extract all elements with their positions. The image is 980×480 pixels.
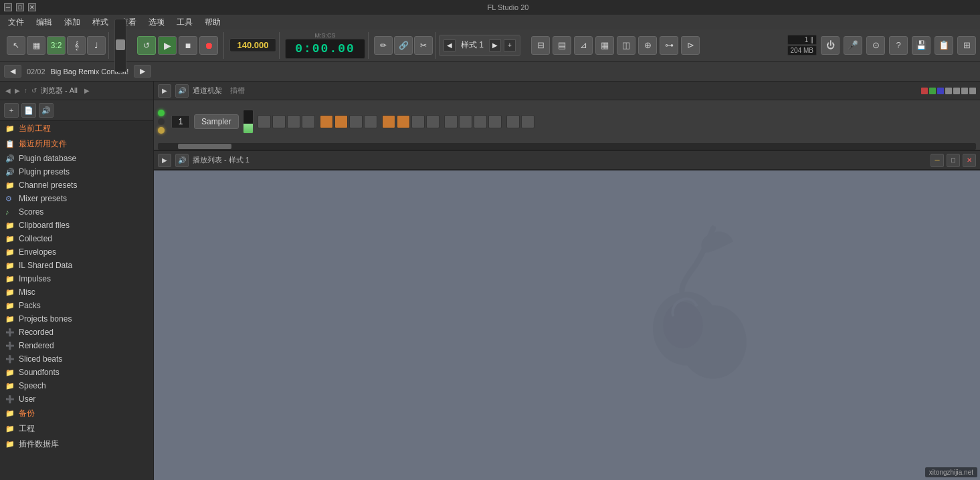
- sidebar-item-current-project[interactable]: 📁 当前工程: [0, 121, 153, 136]
- sidebar-file-btn[interactable]: 📄: [21, 103, 36, 118]
- sidebar-add-btn[interactable]: +: [4, 103, 19, 118]
- beat-btn-10[interactable]: [411, 115, 425, 128]
- beat-btn-0[interactable]: [258, 115, 271, 128]
- beat-btn-1[interactable]: [272, 115, 286, 128]
- beat-btn-5[interactable]: [334, 115, 348, 128]
- stop-button[interactable]: ■: [179, 36, 197, 55]
- piano-roll-btn[interactable]: ⊿: [574, 36, 593, 55]
- beat-btn-8[interactable]: [382, 115, 395, 128]
- beat-btn-12[interactable]: [444, 115, 458, 128]
- menu-options[interactable]: 选项: [143, 15, 170, 29]
- sidebar-item-clipboard[interactable]: 📁 Clipboard files: [0, 219, 153, 232]
- sidebar-item-recorded[interactable]: ➕ Recorded: [0, 326, 153, 339]
- beat-btn-16[interactable]: [506, 115, 520, 128]
- playlist-close-btn[interactable]: ✕: [963, 154, 976, 167]
- beat-btn-14[interactable]: [474, 115, 487, 128]
- sidebar-item-channel-presets[interactable]: 📁 Channel presets: [0, 178, 153, 192]
- menu-add[interactable]: 添加: [59, 15, 86, 29]
- bpm-display[interactable]: 140.000: [229, 38, 276, 52]
- audio-setup-btn[interactable]: 🎤: [844, 36, 862, 55]
- sidebar-item-rendered[interactable]: ➕ Rendered: [0, 339, 153, 352]
- export-btn[interactable]: ⊞: [957, 36, 976, 55]
- pattern-next-btn[interactable]: ▶: [489, 39, 501, 51]
- sidebar-item-collected[interactable]: 📁 Collected: [0, 232, 153, 245]
- beat-btn-7[interactable]: [364, 115, 377, 128]
- step-seq-btn[interactable]: ▦: [27, 36, 45, 55]
- plugin-name-btn[interactable]: Sampler: [194, 114, 239, 129]
- rack-expand-btn[interactable]: ▶: [158, 84, 171, 98]
- sidebar-item-user[interactable]: ➕ User: [0, 392, 153, 406]
- beat-btn-6[interactable]: [349, 115, 363, 128]
- rack-scrollbar[interactable]: [158, 143, 976, 150]
- help-btn[interactable]: ?: [889, 36, 908, 55]
- channel-rack-btn[interactable]: ▤: [553, 36, 571, 55]
- nav-next-btn[interactable]: ▶: [134, 65, 151, 78]
- sidebar-item-plugin-db[interactable]: 🔊 Plugin database: [0, 152, 153, 165]
- sidebar-item-plugin-presets[interactable]: 🔊 Plugin presets: [0, 165, 153, 178]
- mixer-btn[interactable]: ⊶: [660, 36, 678, 55]
- playlist-speaker-btn[interactable]: 🔊: [175, 154, 189, 167]
- menu-tools[interactable]: 工具: [171, 15, 198, 29]
- rack-speaker-btn[interactable]: 🔊: [175, 84, 189, 98]
- menu-style[interactable]: 样式: [87, 15, 114, 29]
- play-button[interactable]: ▶: [158, 36, 177, 55]
- beat-btn-3[interactable]: [302, 115, 315, 128]
- sidebar-refresh[interactable]: ↺: [31, 87, 37, 94]
- playlist-minimize-btn[interactable]: ─: [930, 154, 944, 167]
- sidebar-item-misc[interactable]: 📁 Misc: [0, 285, 153, 299]
- menu-edit[interactable]: 编辑: [31, 15, 58, 29]
- maximize-button[interactable]: □: [16, 3, 24, 11]
- pattern-btn[interactable]: 3:2: [47, 36, 66, 55]
- playlist-restore-btn[interactable]: □: [947, 154, 960, 167]
- nav-back-btn[interactable]: ◀: [4, 65, 21, 78]
- menu-help[interactable]: 帮助: [199, 15, 226, 29]
- saveas-btn[interactable]: 📋: [935, 36, 953, 55]
- sidebar-nav-back[interactable]: ◀: [5, 87, 11, 94]
- sidebar-home[interactable]: ↑: [24, 87, 27, 94]
- browser-btn[interactable]: ◫: [617, 36, 635, 55]
- sidebar-item-recent[interactable]: 📋 最近所用文件: [0, 136, 153, 152]
- sidebar-item-packs[interactable]: 📁 Packs: [0, 299, 153, 312]
- save-btn[interactable]: 💾: [912, 36, 930, 55]
- plugin-browser-btn[interactable]: ⊕: [638, 36, 657, 55]
- loop-btn[interactable]: ↺: [137, 36, 156, 55]
- piano2-btn[interactable]: ♩: [87, 36, 106, 55]
- pattern-prev-btn[interactable]: ◀: [444, 39, 456, 51]
- mixer-view-btn[interactable]: ⊟: [531, 36, 550, 55]
- beat-btn-13[interactable]: [459, 115, 472, 128]
- sidebar-speaker-btn[interactable]: 🔊: [39, 103, 54, 118]
- sidebar-nav-fwd[interactable]: ▶: [15, 87, 20, 94]
- sidebar-item-impulses[interactable]: 📁 Impulses: [0, 272, 153, 285]
- sidebar-item-backup[interactable]: 📁 备份: [0, 406, 153, 421]
- cursor-tool-btn[interactable]: ↖: [7, 36, 25, 55]
- draw-tool-btn[interactable]: ✏: [374, 36, 393, 55]
- menu-file[interactable]: 文件: [3, 15, 29, 29]
- sidebar-item-scores[interactable]: ♪ Scores: [0, 205, 153, 219]
- beat-btn-2[interactable]: [287, 115, 300, 128]
- piano-btn[interactable]: 𝄞: [67, 36, 86, 55]
- close-button[interactable]: ✕: [28, 3, 36, 11]
- sidebar-item-il-shared[interactable]: 📁 IL Shared Data: [0, 259, 153, 272]
- sidebar-item-project[interactable]: 📁 工程: [0, 421, 153, 437]
- sidebar-item-plugin-db2[interactable]: 📁 插件数据库: [0, 437, 153, 452]
- sidebar-item-mixer-presets[interactable]: ⚙ Mixer presets: [0, 192, 153, 205]
- sidebar-item-sliced-beats[interactable]: ➕ Sliced beats: [0, 352, 153, 366]
- piano3-btn[interactable]: ⊳: [681, 36, 700, 55]
- master-volume-slider[interactable]: [114, 19, 126, 72]
- record-button[interactable]: ⏺: [199, 36, 218, 55]
- beat-btn-15[interactable]: [488, 115, 502, 128]
- mute-btn[interactable]: ✂: [414, 36, 433, 55]
- sidebar-item-speech[interactable]: 📁 Speech: [0, 379, 153, 392]
- sidebar-item-soundfonts[interactable]: 📁 Soundfonts: [0, 366, 153, 379]
- power-btn[interactable]: ⏻: [821, 36, 840, 55]
- link-btn[interactable]: 🔗: [394, 36, 413, 55]
- pattern-add-btn[interactable]: +: [504, 39, 516, 51]
- midi-btn[interactable]: ⊙: [866, 36, 885, 55]
- step-seq-view-btn[interactable]: ▦: [595, 36, 614, 55]
- beat-btn-17[interactable]: [521, 115, 534, 128]
- sidebar-item-projects-bones[interactable]: 📁 Projects bones: [0, 312, 153, 326]
- beat-btn-9[interactable]: [397, 115, 410, 128]
- beat-btn-11[interactable]: [426, 115, 439, 128]
- playlist-expand-btn[interactable]: ▶: [158, 154, 171, 167]
- minimize-button[interactable]: ─: [4, 3, 12, 11]
